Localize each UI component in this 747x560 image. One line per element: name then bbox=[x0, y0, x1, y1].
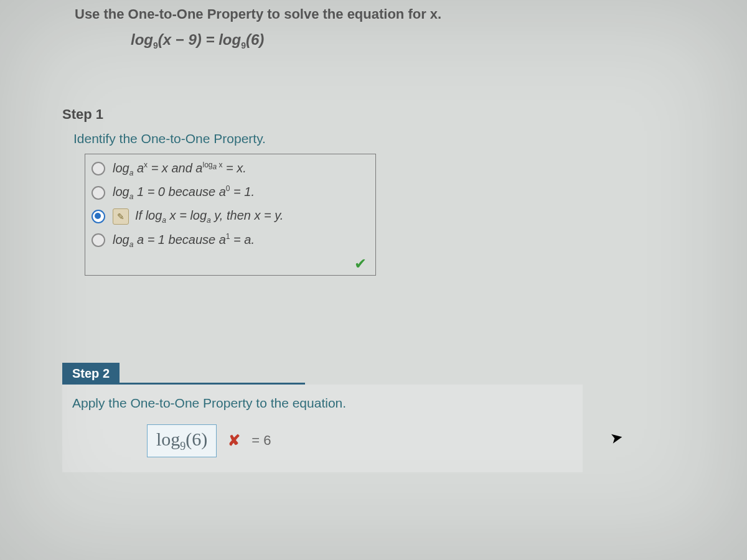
checkmark-icon: ✔ bbox=[354, 255, 370, 271]
option-row-1[interactable]: loga 1 = 0 because a0 = 1. bbox=[90, 180, 370, 205]
prompt-equation: log9(x − 9) = log9(6) bbox=[131, 31, 722, 50]
radio-icon[interactable] bbox=[92, 186, 105, 200]
wrong-icon: ✘ bbox=[228, 432, 240, 449]
hint-icon[interactable]: ✎ bbox=[113, 208, 129, 225]
step2-subheading: Apply the One-to-One Property to the equ… bbox=[72, 396, 583, 411]
step1-options-box: loga ax = x and aloga x = x. loga 1 = 0 … bbox=[85, 154, 376, 276]
cursor-icon: ➤ bbox=[609, 427, 624, 447]
step2-tab: Step 2 bbox=[62, 363, 120, 385]
step2-answer-row: log9(6) ✘ = 6 bbox=[147, 424, 583, 457]
step2-body: Apply the One-to-One Property to the equ… bbox=[62, 385, 583, 472]
step2-section: Step 2 Apply the One-to-One Property to … bbox=[62, 363, 722, 472]
prompt-text: Use the One-to-One Property to solve the… bbox=[75, 6, 722, 22]
step1-section: Step 1 Identify the One-to-One Property.… bbox=[62, 106, 722, 276]
step1-subheading: Identify the One-to-One Property. bbox=[73, 131, 722, 146]
step2-divider bbox=[62, 383, 573, 385]
photo-vignette bbox=[0, 0, 747, 560]
answer-input[interactable]: log9(6) bbox=[147, 424, 217, 457]
radio-icon[interactable] bbox=[92, 233, 105, 247]
option-row-0[interactable]: loga ax = x and aloga x = x. bbox=[90, 157, 370, 181]
radio-icon[interactable] bbox=[92, 162, 105, 175]
radio-icon[interactable] bbox=[92, 210, 105, 223]
option-label: If loga x = loga y, then x = y. bbox=[135, 208, 283, 225]
option-label: loga a = 1 because a1 = a. bbox=[113, 232, 255, 249]
option-row-3[interactable]: loga a = 1 because a1 = a. bbox=[90, 228, 370, 253]
answer-rhs: = 6 bbox=[251, 432, 271, 449]
option-label: loga 1 = 0 because a0 = 1. bbox=[113, 184, 255, 201]
step1-heading: Step 1 bbox=[62, 106, 722, 123]
option-label: loga ax = x and aloga x = x. bbox=[113, 161, 247, 177]
option-row-2[interactable]: ✎ If loga x = loga y, then x = y. bbox=[90, 205, 370, 228]
